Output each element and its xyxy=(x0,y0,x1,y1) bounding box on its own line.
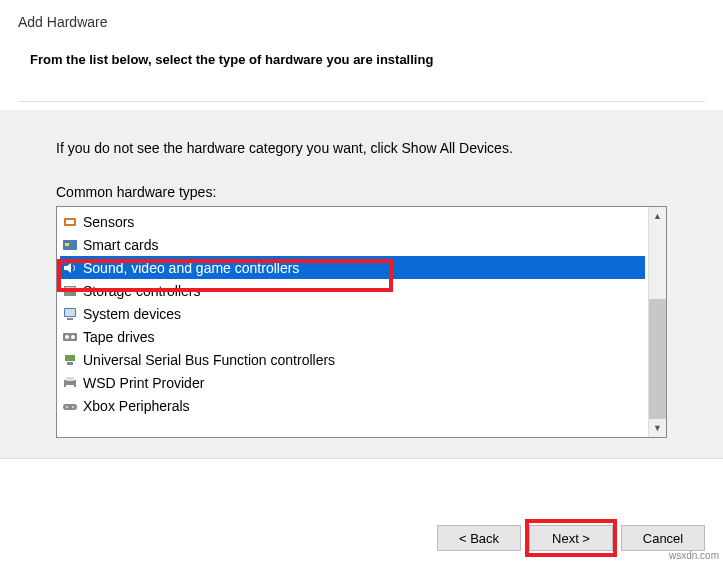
computer-icon xyxy=(62,306,78,322)
svg-point-6 xyxy=(66,293,68,295)
list-item-label: Tape drives xyxy=(83,329,155,345)
list-item[interactable]: Universal Serial Bus Function controller… xyxy=(60,348,645,371)
list-item-label: Smart cards xyxy=(83,237,158,253)
svg-rect-17 xyxy=(66,385,74,389)
next-button[interactable]: Next > xyxy=(529,525,613,551)
button-bar: < Back Next > Cancel xyxy=(0,519,723,557)
scrollbar[interactable]: ▲ ▼ xyxy=(648,207,666,437)
scroll-thumb[interactable] xyxy=(649,299,666,419)
list-item-label: WSD Print Provider xyxy=(83,375,204,391)
hardware-listbox[interactable]: SensorsSmart cardsSound, video and game … xyxy=(56,206,667,438)
svg-rect-8 xyxy=(65,309,75,316)
hint-text: If you do not see the hardware category … xyxy=(56,140,667,156)
svg-rect-5 xyxy=(65,287,75,290)
list-item[interactable]: WSD Print Provider xyxy=(60,371,645,394)
svg-rect-14 xyxy=(67,362,73,365)
smartcard-icon xyxy=(62,237,78,253)
svg-rect-1 xyxy=(66,220,74,224)
window-title: Add Hardware xyxy=(18,14,705,30)
svg-rect-18 xyxy=(63,404,77,410)
sensor-icon xyxy=(62,214,78,230)
svg-point-19 xyxy=(66,405,69,408)
tape-icon xyxy=(62,329,78,345)
scroll-up-icon[interactable]: ▲ xyxy=(649,207,666,225)
printer-icon xyxy=(62,375,78,391)
list-item[interactable]: Sound, video and game controllers xyxy=(60,256,645,279)
scroll-down-icon[interactable]: ▼ xyxy=(649,419,666,437)
list-label: Common hardware types: xyxy=(56,184,667,200)
svg-point-11 xyxy=(65,335,69,339)
page-subtitle: From the list below, select the type of … xyxy=(30,52,705,67)
back-button[interactable]: < Back xyxy=(437,525,521,551)
divider xyxy=(18,101,705,102)
list-item-label: Storage controllers xyxy=(83,283,201,299)
list-item-label: Sound, video and game controllers xyxy=(83,260,299,276)
list-item-label: Sensors xyxy=(83,214,134,230)
usb-icon xyxy=(62,352,78,368)
svg-point-20 xyxy=(72,405,75,408)
list-item-label: Xbox Peripherals xyxy=(83,398,190,414)
cancel-button[interactable]: Cancel xyxy=(621,525,705,551)
storage-icon xyxy=(62,283,78,299)
svg-rect-13 xyxy=(65,355,75,361)
list-item[interactable]: System devices xyxy=(60,302,645,325)
svg-rect-9 xyxy=(67,318,73,320)
xbox-icon xyxy=(62,398,78,414)
list-item-label: System devices xyxy=(83,306,181,322)
watermark: wsxdn.com xyxy=(669,550,719,561)
list-item[interactable]: Xbox Peripherals xyxy=(60,394,645,417)
list-item[interactable]: Storage controllers xyxy=(60,279,645,302)
list-item[interactable]: Smart cards xyxy=(60,233,645,256)
svg-rect-16 xyxy=(66,377,74,381)
svg-point-12 xyxy=(71,335,75,339)
list-item[interactable]: Sensors xyxy=(60,210,645,233)
speaker-icon xyxy=(62,260,78,276)
svg-rect-3 xyxy=(65,243,69,246)
list-item-label: Universal Serial Bus Function controller… xyxy=(83,352,335,368)
list-item[interactable]: Tape drives xyxy=(60,325,645,348)
